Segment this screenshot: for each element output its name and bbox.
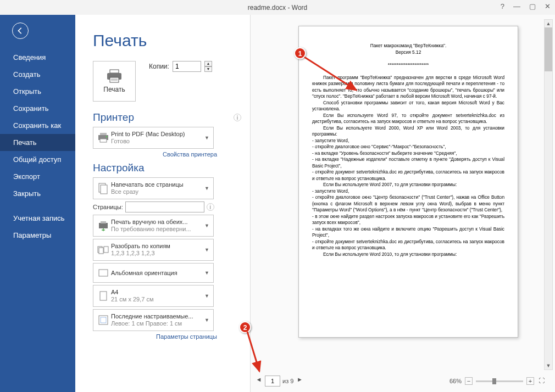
copies-input[interactable] bbox=[173, 61, 201, 72]
copies-label: Копии: bbox=[149, 63, 169, 70]
nav-open[interactable]: Открыть bbox=[0, 83, 75, 100]
preview-footer: ◄ из 9 ► 66% − + ⛶ bbox=[251, 373, 545, 389]
nav-saveas[interactable]: Сохранить как bbox=[0, 117, 75, 134]
chevron-down-icon: ▼ bbox=[204, 223, 211, 228]
svg-rect-0 bbox=[110, 70, 119, 73]
zoom-label: 66% bbox=[449, 378, 462, 384]
copies-down[interactable]: ▼ bbox=[204, 66, 212, 72]
svg-rect-7 bbox=[100, 139, 107, 142]
copies-up[interactable]: ▲ bbox=[204, 61, 212, 66]
scroll-up-icon[interactable]: ▲ bbox=[545, 20, 552, 27]
margins-icon bbox=[96, 312, 111, 328]
nav-options[interactable]: Параметры bbox=[0, 227, 75, 244]
chevron-down-icon: ▼ bbox=[204, 135, 211, 141]
back-arrow-icon bbox=[16, 27, 24, 35]
window-controls: ? — ▢ ✕ bbox=[501, 2, 551, 10]
print-panel: Печать Печать Копии: ▲▼ Принтерi Print t… bbox=[75, 15, 250, 392]
annotation-badge-2: 2 bbox=[239, 321, 251, 333]
info-icon[interactable]: i bbox=[234, 114, 241, 121]
nav-create[interactable]: Создать bbox=[0, 66, 75, 83]
svg-rect-15 bbox=[104, 247, 108, 253]
nav-account[interactable]: Учетная запись bbox=[0, 210, 75, 227]
pages-input[interactable] bbox=[125, 201, 204, 212]
nav-save[interactable]: Сохранить bbox=[0, 100, 75, 117]
svg-rect-18 bbox=[99, 316, 108, 324]
preview-pane: Пакет макрокоманд "ВерТеКнижка". Версия … bbox=[250, 15, 555, 392]
printer-icon bbox=[106, 69, 123, 83]
orientation-select[interactable]: Альбомная ориентация ▼ bbox=[93, 263, 214, 283]
page-preview: Пакет макрокоманд "ВерТеКнижка". Версия … bbox=[298, 26, 518, 338]
printer-heading: Принтер bbox=[93, 111, 134, 124]
annotation-badge-1: 1 bbox=[294, 47, 306, 59]
papersize-select[interactable]: A421 см x 29,7 см ▼ bbox=[93, 285, 214, 307]
nav-print[interactable]: Печать bbox=[0, 134, 75, 151]
nav-info[interactable]: Сведения bbox=[0, 49, 75, 66]
orientation-icon bbox=[96, 265, 111, 281]
page-setup-link[interactable]: Параметры страницы bbox=[93, 333, 217, 340]
svg-rect-17 bbox=[100, 292, 107, 300]
print-button-label: Печать bbox=[103, 86, 125, 93]
settings-heading: Настройка bbox=[93, 162, 145, 174]
minimize-icon[interactable]: — bbox=[513, 2, 520, 10]
page-number-input[interactable] bbox=[265, 376, 280, 387]
svg-rect-11 bbox=[99, 223, 108, 228]
nav-close[interactable]: Закрыть bbox=[0, 185, 75, 202]
scroll-down-icon[interactable]: ▼ bbox=[545, 362, 552, 369]
svg-point-8 bbox=[106, 136, 107, 137]
fit-page-button[interactable]: ⛶ bbox=[537, 377, 545, 385]
zoom-out-button[interactable]: − bbox=[465, 377, 473, 385]
window-title: readme.docx - Word bbox=[248, 4, 308, 12]
svg-rect-10 bbox=[101, 185, 107, 194]
printer-select[interactable]: Print to PDF (Mac Desktop)Готово ▼ bbox=[93, 127, 214, 149]
collate-icon bbox=[96, 242, 111, 257]
chevron-down-icon: ▼ bbox=[204, 317, 211, 323]
page-heading: Печать bbox=[93, 31, 241, 50]
print-range-select[interactable]: Напечатать все страницыВсе сразу ▼ bbox=[93, 177, 214, 199]
title-bar: readme.docx - Word ? — ▢ ✕ bbox=[0, 0, 555, 15]
chevron-down-icon: ▼ bbox=[204, 186, 211, 191]
chevron-down-icon: ▼ bbox=[204, 293, 211, 299]
duplex-select[interactable]: Печать вручную на обеих...По требованию … bbox=[93, 215, 214, 237]
pages-label: Страницы: bbox=[93, 204, 123, 210]
help-icon[interactable]: ? bbox=[501, 2, 504, 10]
pages-icon bbox=[96, 181, 111, 196]
print-button[interactable]: Печать bbox=[93, 61, 136, 102]
info-icon[interactable]: i bbox=[207, 203, 214, 211]
printer-properties-link[interactable]: Свойства принтера bbox=[93, 151, 217, 158]
next-page-button[interactable]: ► bbox=[296, 376, 303, 386]
collate-select[interactable]: Разобрать по копиям1,2,3 1,2,3 1,2,3 ▼ bbox=[93, 239, 214, 261]
prev-page-button[interactable]: ◄ bbox=[255, 376, 263, 386]
backstage-sidebar: Сведения Создать Открыть Сохранить Сохра… bbox=[0, 15, 75, 392]
papersize-icon bbox=[96, 288, 111, 304]
printer-small-icon bbox=[96, 130, 111, 145]
restore-icon[interactable]: ▢ bbox=[529, 2, 536, 10]
preview-scrollbar[interactable]: ▲ ▼ bbox=[544, 19, 553, 370]
page-count-label: из 9 bbox=[282, 378, 293, 384]
close-icon[interactable]: ✕ bbox=[545, 2, 551, 10]
svg-rect-14 bbox=[99, 248, 103, 254]
zoom-in-button[interactable]: + bbox=[526, 377, 534, 385]
zoom-slider[interactable] bbox=[476, 380, 523, 382]
scroll-thumb[interactable] bbox=[545, 27, 552, 71]
svg-rect-12 bbox=[101, 221, 106, 223]
nav-share[interactable]: Общий доступ bbox=[0, 151, 75, 168]
chevron-down-icon: ▼ bbox=[204, 247, 211, 253]
chevron-down-icon: ▼ bbox=[204, 270, 211, 276]
nav-export[interactable]: Экспорт bbox=[0, 168, 75, 185]
svg-rect-16 bbox=[99, 270, 108, 276]
svg-rect-6 bbox=[100, 133, 107, 135]
back-button[interactable] bbox=[12, 23, 29, 39]
duplex-icon bbox=[96, 218, 111, 233]
margins-select[interactable]: Последние настраиваемые...Левое: 1 см Пр… bbox=[93, 309, 214, 331]
